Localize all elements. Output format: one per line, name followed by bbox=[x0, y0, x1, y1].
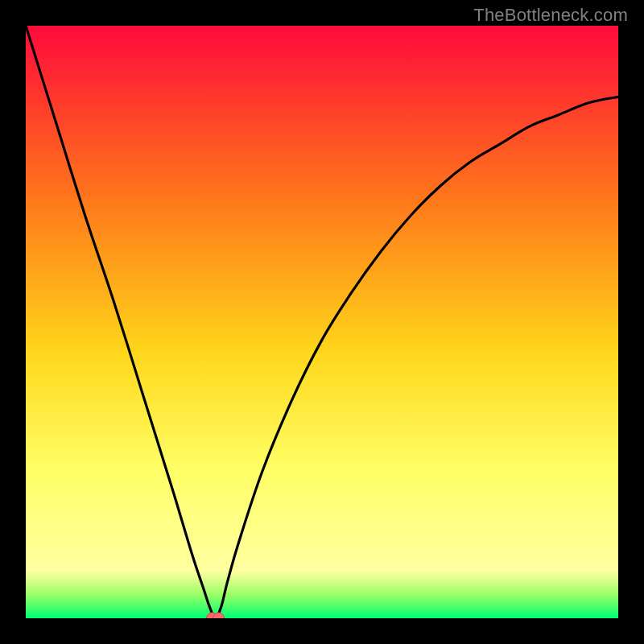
watermark-text: TheBottleneck.com bbox=[473, 5, 628, 26]
chart-svg bbox=[26, 26, 618, 618]
plot-area bbox=[26, 26, 618, 618]
gradient-background bbox=[26, 26, 618, 618]
chart-frame: TheBottleneck.com bbox=[0, 0, 644, 644]
marker-group bbox=[207, 613, 225, 618]
